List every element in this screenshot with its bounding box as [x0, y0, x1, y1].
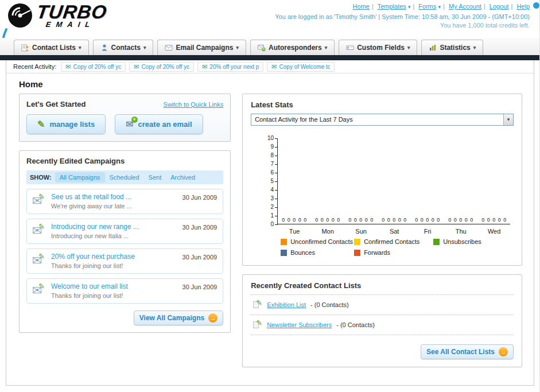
view-all-campaigns-button[interactable]: View All Campaigns →: [134, 311, 223, 325]
bar-value-labels: 0 0 0 0 0: [344, 217, 378, 223]
y-tick-mark: [275, 138, 278, 139]
tab-contacts[interactable]: Contacts ▾: [93, 40, 154, 55]
view-all-campaigns-label: View All Campaigns: [139, 314, 204, 322]
campaign-envelope-icon: ✉✎: [32, 284, 47, 297]
x-tick-label: Sat: [378, 228, 411, 235]
y-tick-label: 0: [271, 221, 274, 227]
y-tick-mark: [275, 156, 278, 156]
stats-period-value: Contact Activity for the Last 7 Days: [255, 116, 353, 123]
filter-sent[interactable]: Sent: [144, 172, 166, 183]
y-tick-label: 8: [271, 152, 274, 158]
recent-activity-item[interactable]: ✉ 20% off your next p: [197, 62, 263, 72]
contact-list-link[interactable]: Exhibition List: [267, 301, 306, 308]
campaign-subtitle: Introducing our new Italia ...: [51, 232, 171, 239]
stats-period-select[interactable]: Contact Activity for the Last 7 Days ▾: [251, 114, 514, 126]
campaign-envelope-icon: ✉✎: [32, 254, 47, 267]
legend-label: Unsubscribes: [443, 238, 481, 245]
campaign-envelope-icon: ✉✎: [32, 224, 47, 238]
y-tick-label: 5: [271, 178, 274, 184]
tab-label: Custom Fields: [357, 44, 405, 52]
application-window: TURBO EMAIL Home| Templates ▾| Forms ▾| …: [0, 0, 540, 392]
recent-activity-text: Copy of 20% off yc: [141, 64, 189, 70]
top-link-home[interactable]: Home: [353, 3, 370, 10]
y-tick-mark: [275, 147, 278, 148]
switch-quick-links-link[interactable]: Switch to Quick Links: [164, 101, 224, 108]
legend-swatch: [354, 239, 360, 245]
filter-all-campaigns[interactable]: All Campaigns: [55, 172, 105, 183]
legend-item: Forwards: [354, 249, 433, 256]
page-title: Home: [19, 79, 534, 89]
create-email-label: create an email: [138, 120, 192, 129]
x-tick-label: Thu: [444, 228, 477, 235]
recent-activity-bar: Recent Activity: ✉ Copy of 20% off yc ✉ …: [6, 60, 534, 73]
contact-lists-title: Recently Created Contact Lists: [251, 281, 514, 295]
y-tick-mark: [275, 199, 278, 199]
y-tick-mark: [275, 164, 278, 165]
dropdown-arrow-icon: ▾: [473, 45, 476, 51]
top-link-my-account[interactable]: My Account: [449, 3, 481, 10]
campaign-title-link[interactable]: Introducing our new range ...: [51, 223, 171, 231]
login-info: You are logged in as 'Timothy Smith' | S…: [275, 13, 530, 20]
dropdown-arrow-icon: ▾: [236, 45, 239, 51]
campaign-title-link[interactable]: See us at the retail food ...: [51, 193, 171, 201]
logo-text: TURBO EMAIL: [37, 2, 107, 29]
y-tick-label: 7: [271, 161, 274, 167]
envelope-plus-icon: ✉+: [126, 119, 133, 130]
y-tick-mark: [275, 224, 278, 225]
tab-autoresponders[interactable]: Autoresponders ▾: [250, 40, 335, 55]
top-link-forms[interactable]: Forms: [418, 3, 436, 10]
logo-line2: EMAIL: [45, 20, 107, 29]
envelope-icon: ✉: [65, 63, 71, 71]
x-tick-label: Sun: [344, 228, 378, 235]
recent-activity-text: Copy of Welcome tc: [279, 64, 331, 70]
dropdown-arrow-icon: ▾: [407, 45, 410, 51]
filter-archived[interactable]: Archived: [166, 172, 200, 183]
dropdown-arrow-icon: ▾: [503, 114, 513, 125]
top-link-logout[interactable]: Logout: [490, 3, 509, 10]
recent-activity-text: 20% off your next p: [209, 64, 259, 70]
corner-dot-decoration: [533, 2, 539, 9]
tab-email-campaigns[interactable]: Email Campaigns ▾: [157, 40, 246, 55]
autoresponders-icon: [258, 44, 266, 52]
filter-scheduled[interactable]: Scheduled: [105, 172, 144, 183]
dropdown-arrow-icon: ▾: [143, 45, 146, 51]
y-tick-mark: [275, 207, 278, 208]
legend-item: Bounces: [281, 249, 354, 256]
campaign-title-link[interactable]: 20% off your next purchase: [51, 253, 171, 261]
tab-custom-fields[interactable]: Custom Fields ▾: [339, 40, 417, 55]
contact-list-link[interactable]: Newsletter Subscribers: [267, 321, 332, 328]
contact-activity-chart: 109876543210 0 0 0 0 0Tue0 0 0 0 0Mon0 0…: [262, 138, 514, 224]
recent-activity-item[interactable]: ✉ Copy of Welcome tc: [267, 62, 335, 72]
tab-statistics[interactable]: Statistics ▾: [421, 40, 483, 55]
content-columns: Let's Get Started Switch to Quick Links …: [6, 94, 534, 367]
chart-plot: 0 0 0 0 0Tue0 0 0 0 0Mon0 0 0 0 0Sun0 0 …: [277, 138, 510, 224]
create-email-button[interactable]: ✉+ create an email: [115, 114, 203, 134]
campaign-item: ✉✎ Welcome to our email list Thanks for …: [26, 278, 223, 304]
pencil-icon: ✎: [37, 119, 45, 130]
top-link-help[interactable]: Help: [516, 3, 530, 10]
recently-created-contact-lists-panel: Recently Created Contact Lists ✎ Exhibit…: [242, 274, 522, 367]
campaign-title-link[interactable]: Welcome to our email list: [51, 282, 171, 290]
chart-legend: Unconfirmed ContactsConfirmed ContactsUn…: [281, 238, 514, 256]
tab-contact-lists[interactable]: Contact Lists ▾: [14, 40, 89, 55]
campaign-subtitle: Thanks for joining our list!: [51, 292, 171, 299]
campaign-date: 30 Jun 2009: [182, 254, 217, 261]
contact-list-count: - (0 Contacts): [336, 321, 375, 328]
link-separator: |: [372, 3, 374, 10]
manage-lists-button[interactable]: ✎ manage lists: [26, 114, 106, 134]
contact-list-item: ✎ Exhibition List - (0 Contacts): [251, 295, 514, 315]
legend-label: Forwards: [364, 249, 390, 256]
campaign-date: 30 Jun 2009: [182, 284, 217, 290]
top-link-templates[interactable]: Templates: [378, 3, 406, 10]
link-separator: |: [511, 3, 512, 10]
recent-activity-text: Copy of 20% off yc: [73, 64, 121, 70]
legend-label: Bounces: [290, 249, 315, 256]
legend-label: Confirmed Contacts: [364, 238, 419, 245]
recent-activity-item[interactable]: ✉ Copy of 20% off yc: [129, 62, 194, 72]
see-all-contact-lists-button[interactable]: See All Contact Lists →: [421, 344, 514, 359]
envelope-icon: ✉: [134, 63, 139, 71]
manage-lists-label: manage lists: [49, 120, 95, 129]
dropdown-arrow-icon: ▾: [79, 45, 81, 51]
legend-item: Unconfirmed Contacts: [281, 238, 354, 245]
recent-activity-item[interactable]: ✉ Copy of 20% off yc: [61, 62, 126, 72]
